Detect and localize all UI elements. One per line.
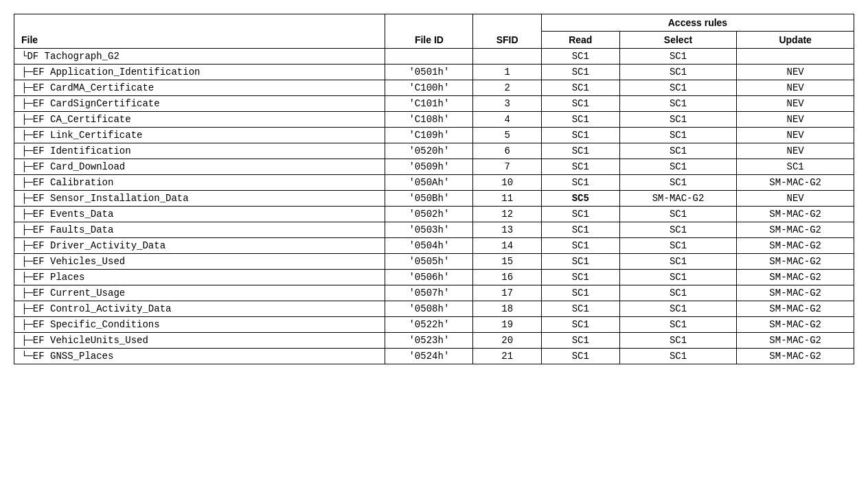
cell-select: SC1 <box>619 49 737 65</box>
cell-sfid: 7 <box>473 159 542 175</box>
cell-select: SC1 <box>619 112 737 128</box>
cell-file: ├─EF CardMA_Certificate <box>14 80 385 96</box>
cell-fileid: '0503h' <box>385 222 473 238</box>
cell-read: SC1 <box>541 80 619 96</box>
cell-fileid: '0524h' <box>385 349 473 364</box>
col-header-read: Read <box>541 32 619 49</box>
cell-select: SC1 <box>619 128 737 143</box>
cell-select: SC1 <box>619 317 737 333</box>
cell-update: SM-MAC-G2 <box>737 349 854 364</box>
cell-fileid: '0506h' <box>385 270 473 285</box>
main-container: File File ID SFID Access rules Read Sele… <box>14 14 854 364</box>
cell-fileid: '0508h' <box>385 301 473 317</box>
cell-update: SM-MAC-G2 <box>737 254 854 270</box>
cell-select: SC1 <box>619 238 737 254</box>
table-row: ├─EF Sensor_Installation_Data'050Bh'11SC… <box>14 191 854 207</box>
cell-file: ├─EF Sensor_Installation_Data <box>14 191 385 207</box>
table-row: └─EF GNSS_Places'0524h'21SC1SC1SM-MAC-G2 <box>14 349 854 364</box>
col-header-fileid: File ID <box>385 14 473 49</box>
table-row: ├─EF Identification'0520h'6SC1SC1NEV <box>14 143 854 159</box>
table-row: ├─EF Events_Data'0502h'12SC1SC1SM-MAC-G2 <box>14 207 854 222</box>
cell-select: SC1 <box>619 175 737 191</box>
cell-fileid: '0520h' <box>385 143 473 159</box>
cell-file: ├─EF Calibration <box>14 175 385 191</box>
cell-sfid: 16 <box>473 270 542 285</box>
cell-fileid: '0507h' <box>385 285 473 301</box>
file-access-table: File File ID SFID Access rules Read Sele… <box>14 14 854 364</box>
cell-sfid: 19 <box>473 317 542 333</box>
table-row: ├─EF Card_Download'0509h'7SC1SC1SC1 <box>14 159 854 175</box>
cell-file: ├─EF Card_Download <box>14 159 385 175</box>
col-header-sfid: SFID <box>473 14 542 49</box>
col-header-update: Update <box>737 32 854 49</box>
cell-file: ├─EF Specific_Conditions <box>14 317 385 333</box>
cell-update: NEV <box>737 128 854 143</box>
cell-update: SM-MAC-G2 <box>737 207 854 222</box>
table-row: ├─EF Vehicles_Used'0505h'15SC1SC1SM-MAC-… <box>14 254 854 270</box>
table-row: ├─EF Application_Identification'0501h'1S… <box>14 65 854 80</box>
cell-fileid: 'C109h' <box>385 128 473 143</box>
cell-read: SC1 <box>541 207 619 222</box>
cell-sfid: 2 <box>473 80 542 96</box>
cell-update: SM-MAC-G2 <box>737 333 854 349</box>
table-row: ├─EF Driver_Activity_Data'0504h'14SC1SC1… <box>14 238 854 254</box>
cell-update: NEV <box>737 191 854 207</box>
cell-fileid: '050Bh' <box>385 191 473 207</box>
table-row: ├─EF Places'0506h'16SC1SC1SM-MAC-G2 <box>14 270 854 285</box>
cell-update: SM-MAC-G2 <box>737 270 854 285</box>
cell-update: NEV <box>737 65 854 80</box>
table-row: ├─EF CardMA_Certificate'C100h'2SC1SC1NEV <box>14 80 854 96</box>
cell-file: └─EF GNSS_Places <box>14 349 385 364</box>
cell-file: └DF Tachograph_G2 <box>14 49 385 65</box>
cell-file: ├─EF CardSignCertificate <box>14 96 385 112</box>
cell-read: SC1 <box>541 238 619 254</box>
cell-fileid <box>385 49 473 65</box>
cell-read: SC1 <box>541 128 619 143</box>
cell-select: SC1 <box>619 65 737 80</box>
cell-update: SC1 <box>737 159 854 175</box>
cell-update: NEV <box>737 80 854 96</box>
cell-sfid: 21 <box>473 349 542 364</box>
access-rules-header: Access rules <box>541 14 854 32</box>
cell-read: SC1 <box>541 301 619 317</box>
table-row: ├─EF Control_Activity_Data'0508h'18SC1SC… <box>14 301 854 317</box>
cell-select: SC1 <box>619 333 737 349</box>
cell-select: SC1 <box>619 96 737 112</box>
cell-sfid <box>473 49 542 65</box>
cell-select: SM-MAC-G2 <box>619 191 737 207</box>
cell-file: ├─EF Current_Usage <box>14 285 385 301</box>
cell-fileid: '0501h' <box>385 65 473 80</box>
cell-sfid: 17 <box>473 285 542 301</box>
cell-read: SC1 <box>541 222 619 238</box>
cell-update: SM-MAC-G2 <box>737 317 854 333</box>
cell-file: ├─EF Link_Certificate <box>14 128 385 143</box>
cell-file: ├─EF Control_Activity_Data <box>14 301 385 317</box>
col-header-file: File <box>14 14 385 49</box>
cell-sfid: 12 <box>473 207 542 222</box>
cell-read: SC1 <box>541 254 619 270</box>
cell-update: NEV <box>737 143 854 159</box>
cell-update <box>737 49 854 65</box>
table-row: ├─EF CardSignCertificate'C101h'3SC1SC1NE… <box>14 96 854 112</box>
cell-read: SC1 <box>541 175 619 191</box>
cell-update: SM-MAC-G2 <box>737 301 854 317</box>
cell-select: SC1 <box>619 207 737 222</box>
cell-select: SC1 <box>619 285 737 301</box>
cell-file: ├─EF VehicleUnits_Used <box>14 333 385 349</box>
cell-fileid: 'C100h' <box>385 80 473 96</box>
table-row: ├─EF CA_Certificate'C108h'4SC1SC1NEV <box>14 112 854 128</box>
cell-file: ├─EF Events_Data <box>14 207 385 222</box>
table-body: └DF Tachograph_G2SC1SC1 ├─EF Application… <box>14 49 854 364</box>
cell-read: SC1 <box>541 285 619 301</box>
cell-fileid: '0502h' <box>385 207 473 222</box>
cell-read: SC1 <box>541 159 619 175</box>
cell-read: SC1 <box>541 65 619 80</box>
cell-select: SC1 <box>619 80 737 96</box>
cell-sfid: 6 <box>473 143 542 159</box>
cell-update: SM-MAC-G2 <box>737 222 854 238</box>
cell-sfid: 11 <box>473 191 542 207</box>
cell-sfid: 10 <box>473 175 542 191</box>
cell-file: ├─EF Identification <box>14 143 385 159</box>
cell-read: SC1 <box>541 49 619 65</box>
cell-update: SM-MAC-G2 <box>737 175 854 191</box>
